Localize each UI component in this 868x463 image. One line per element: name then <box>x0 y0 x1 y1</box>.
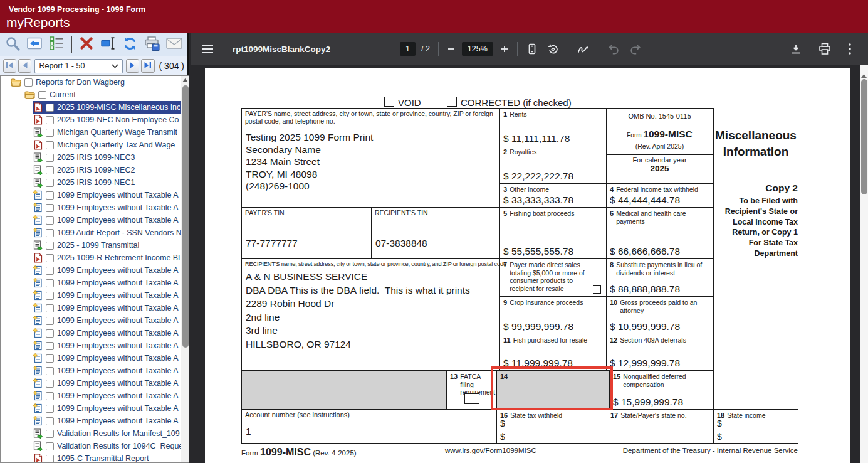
tree-scroll-thumb[interactable] <box>182 85 189 348</box>
tree-item[interactable]: 1095-C Transmittal Report <box>1 452 189 463</box>
tree-checkbox[interactable] <box>46 191 54 200</box>
zoom-level[interactable]: 125% <box>462 42 493 56</box>
pdf-scrollbar[interactable] <box>860 65 868 463</box>
tree-item[interactable]: Michigan Quarterly Wage Transmit <box>1 126 189 139</box>
tree-checkbox[interactable] <box>46 242 54 250</box>
tree-item[interactable]: 1099 Employees without Taxable A <box>1 377 189 390</box>
delete-button[interactable] <box>79 36 95 53</box>
tree-item[interactable]: 1099 Audit Report - SSN Vendors N <box>1 226 189 239</box>
tree-item[interactable]: Michigan Quarterly Tax And Wage <box>1 139 189 151</box>
tree-item[interactable]: Validation Results for Manifest_109 <box>1 427 189 440</box>
tree-checkbox[interactable] <box>46 204 54 212</box>
tree-item[interactable]: 2025 1099-MISC Miscellaneous Inc <box>1 101 189 114</box>
tree-item[interactable]: 1099 Employees without Taxable A <box>1 302 189 314</box>
tree-checkbox[interactable] <box>46 279 54 287</box>
redo-button[interactable] <box>629 43 642 55</box>
email-button[interactable] <box>166 36 182 53</box>
last-page-button[interactable] <box>141 59 154 73</box>
tree-item[interactable]: 2025 IRIS 1099-NEC1 <box>1 176 189 189</box>
tree-checkbox[interactable] <box>46 455 54 463</box>
tree-checkbox[interactable] <box>38 91 46 99</box>
tree-scrollbar[interactable] <box>181 76 189 462</box>
pdf-scroll-thumb[interactable] <box>861 79 867 194</box>
tree-checkbox[interactable] <box>46 417 54 425</box>
tree-checkbox[interactable] <box>46 254 54 262</box>
tree-checkbox[interactable] <box>46 166 54 174</box>
tree-checkbox[interactable] <box>46 442 54 450</box>
undo-button[interactable] <box>607 43 620 55</box>
tree-item[interactable]: 1099 Employees without Taxable A <box>1 352 189 365</box>
zoom-button[interactable] <box>5 36 21 53</box>
tree-item[interactable]: 1099 Employees without Taxable A <box>1 390 189 402</box>
tree-checkbox[interactable] <box>46 354 54 363</box>
report-range-select[interactable]: Report 1 - 50 <box>34 59 123 73</box>
zoom-in-button[interactable] <box>500 45 509 53</box>
box7-checkbox[interactable] <box>593 285 601 294</box>
download-button[interactable] <box>790 43 802 55</box>
tree-checkbox[interactable] <box>46 304 54 312</box>
tree-checkbox[interactable] <box>46 292 54 300</box>
tree-checkbox[interactable] <box>46 141 54 149</box>
tree-checkbox[interactable] <box>46 380 54 388</box>
tree-checkbox[interactable] <box>46 267 54 275</box>
tree-item[interactable]: 1099 Employees without Taxable A <box>1 365 189 377</box>
tree-checkbox[interactable] <box>46 229 54 237</box>
tree-checkbox[interactable] <box>46 179 54 187</box>
tree-checkbox[interactable] <box>46 116 54 124</box>
tree-checkbox[interactable] <box>46 129 54 137</box>
tree-item[interactable]: 1099 Employees without Taxable A <box>1 314 189 327</box>
box13-checkbox[interactable] <box>464 393 479 404</box>
tree-item[interactable]: 2025 1099-R Retirement Income Bl <box>1 252 189 264</box>
tree-item[interactable]: 1099 Employees without Taxable A <box>1 402 189 415</box>
tree-item[interactable]: 1099 Employees without Taxable A <box>1 277 189 289</box>
void-checkbox[interactable] <box>384 97 394 107</box>
back-button[interactable] <box>26 36 43 53</box>
tree-view-button[interactable] <box>48 36 64 53</box>
tree-checkbox[interactable] <box>46 216 54 225</box>
annotate-button[interactable] <box>577 43 590 55</box>
tree-item[interactable]: 1099 Employees without Taxable A <box>1 327 189 339</box>
zoom-out-button[interactable] <box>447 45 456 53</box>
tree-item[interactable]: 1099 Employees without Taxable A <box>1 339 189 352</box>
corrected-checkbox[interactable] <box>447 97 457 107</box>
tree-checkbox[interactable] <box>46 329 54 338</box>
tree-item[interactable]: 1099 Employees without Taxable A <box>1 214 189 226</box>
more-options-button[interactable] <box>848 43 852 55</box>
tree-root-folder[interactable]: Reports for Don Wagberg <box>1 76 189 88</box>
tree-checkbox[interactable] <box>46 430 54 438</box>
tree-checkbox[interactable] <box>24 78 33 87</box>
print-save-button[interactable] <box>144 36 160 53</box>
tree-checkbox[interactable] <box>46 342 54 350</box>
tree-item[interactable]: 2025 1099-NEC Non Employee Co <box>1 114 189 126</box>
tree-item[interactable]: 2025 - 1099 Transmittal <box>1 239 189 252</box>
tree-item[interactable]: 2025 IRIS 1099-NEC2 <box>1 164 189 176</box>
rename-button[interactable] <box>100 36 117 53</box>
tree-item[interactable]: 1099 Employees without Taxable A <box>1 264 189 277</box>
rotate-button[interactable] <box>546 43 560 56</box>
tree-folder-current[interactable]: Current <box>1 88 189 101</box>
tree-item[interactable]: 1099 Employees without Taxable A <box>1 415 189 427</box>
prev-page-button[interactable] <box>18 59 31 73</box>
tree-checkbox[interactable] <box>46 104 54 112</box>
next-page-button[interactable] <box>126 59 139 73</box>
tree-checkbox[interactable] <box>46 154 54 162</box>
tree-item[interactable]: Validation Results for 1094C_Reque <box>1 440 189 452</box>
export-icon <box>33 240 43 250</box>
tree-checkbox[interactable] <box>46 405 54 413</box>
tree-checkbox[interactable] <box>46 392 54 400</box>
tree-item[interactable]: 2025 IRIS 1099-NEC3 <box>1 151 189 164</box>
box12-amount: $ 12,999,999.78 <box>610 358 680 369</box>
tree-item[interactable]: 1099 Employees without Taxable A <box>1 289 189 302</box>
tree-checkbox[interactable] <box>46 317 54 325</box>
fit-page-button[interactable] <box>526 43 538 55</box>
page-number-input[interactable]: 1 <box>400 42 416 56</box>
menu-button[interactable] <box>201 44 214 54</box>
first-page-button[interactable] <box>3 59 16 73</box>
print-button[interactable] <box>818 43 831 55</box>
omb-number: OMB No. 1545-0115 <box>607 112 713 120</box>
tree-item[interactable]: 1099 Employees without Taxable A <box>1 189 189 201</box>
tree-item[interactable]: 1099 Employees without Taxable A <box>1 201 189 214</box>
tree-checkbox[interactable] <box>46 367 54 375</box>
scroll-up-icon[interactable] <box>181 76 189 84</box>
refresh-button[interactable] <box>122 36 138 53</box>
